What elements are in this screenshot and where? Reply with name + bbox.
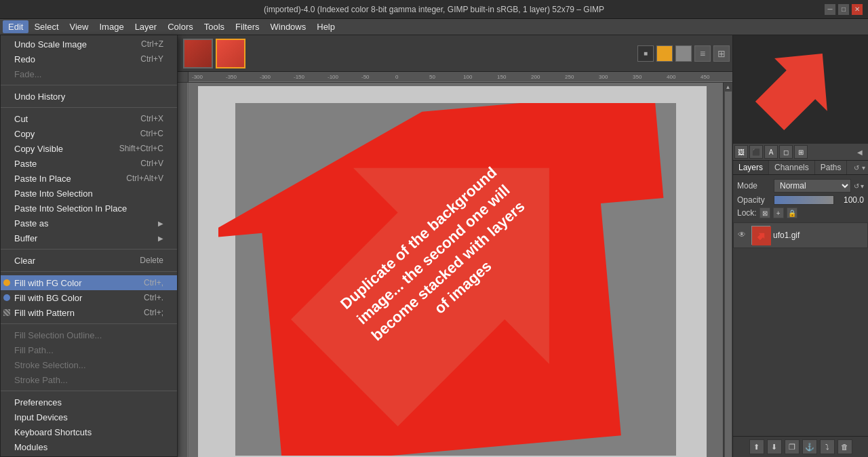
menu-preferences[interactable]: Preferences	[1, 395, 177, 410]
panel-controls: Mode Normal ↺ ▾ Opacity 100.0 Lock: ⊠	[733, 175, 868, 222]
panel-expand-icon[interactable]: ◀	[853, 145, 867, 159]
menu-item-colors[interactable]: Colors	[162, 20, 199, 33]
menu-item-layer[interactable]: Layer	[130, 20, 163, 33]
menu-fill-bg[interactable]: Fill with BG Color Ctrl+.	[1, 290, 177, 305]
panel-icon-row: 🖼 ⬛ A ◻ ⊞ ◀	[733, 144, 868, 161]
menu-item-help[interactable]: Help	[311, 20, 340, 33]
panel-btn-duplicate[interactable]: ❐	[785, 439, 800, 454]
menu-item-image[interactable]: Image	[94, 20, 130, 33]
menu-fill-fg[interactable]: Fill with FG Color Ctrl+,	[1, 275, 177, 290]
panel-btn-raise[interactable]: ⬇	[767, 439, 782, 454]
color-chip-bg[interactable]	[656, 45, 673, 62]
toolbox-strip: ■ ≡ ⊞	[178, 35, 732, 72]
panel-btn-delete[interactable]: 🗑	[837, 439, 852, 454]
menu-modules[interactable]: Modules	[1, 439, 177, 454]
menu-item-windows[interactable]: Windows	[265, 20, 312, 33]
panel-icon-4[interactable]: ◻	[779, 145, 793, 159]
thumbnail-2[interactable]	[216, 39, 245, 68]
menu-fill-pattern[interactable]: Fill with Pattern Ctrl+;	[1, 305, 177, 320]
edit-dropdown-menu: Undo Scale Image Ctrl+Z Redo Ctrl+Y Fade…	[0, 35, 178, 457]
right-panel: 🖼 ⬛ A ◻ ⊞ ◀ Layers Channels Paths ↺ ▾ Mo…	[732, 35, 868, 457]
mode-next-icon[interactable]: ▾	[861, 182, 864, 190]
lock-all-icon[interactable]: 🔒	[787, 207, 797, 218]
svg-text:-150: -150	[294, 74, 305, 80]
opacity-value: 100.0	[837, 195, 864, 205]
svg-text:250: 250	[565, 74, 574, 80]
menu-item-select[interactable]: Select	[28, 20, 64, 33]
scroll-thumb-v[interactable]	[725, 92, 732, 457]
menu-paste-into-selection[interactable]: Paste Into Selection	[1, 186, 177, 201]
main-layout: Undo Scale Image Ctrl+Z Redo Ctrl+Y Fade…	[0, 35, 868, 457]
menu-paste-in-place[interactable]: Paste In Place Ctrl+Alt+V	[1, 171, 177, 186]
menu-keyboard-shortcuts[interactable]: Keyboard Shortcuts	[1, 424, 177, 439]
menu-undo-history[interactable]: Undo History	[1, 89, 177, 104]
lock-pixels-icon[interactable]: ⊠	[760, 207, 770, 218]
menu-buffer[interactable]: Buffer ▶	[1, 231, 177, 245]
menu-section-undo: Undo Scale Image Ctrl+Z Redo Ctrl+Y Fade…	[1, 35, 177, 83]
scroll-up-icon[interactable]: ▲	[726, 84, 731, 90]
opacity-slider[interactable]	[774, 195, 834, 205]
menu-clear[interactable]: Clear Delete	[1, 253, 177, 268]
panel-preview-svg	[733, 35, 868, 144]
minimize-button[interactable]: ─	[825, 4, 835, 15]
panel-icon-5[interactable]: ⊞	[794, 145, 808, 159]
menu-cut[interactable]: Cut Ctrl+X	[1, 111, 177, 126]
ruler-corner	[178, 72, 189, 82]
svg-text:0: 0	[395, 74, 399, 80]
panel-btn-merge[interactable]: ⤵	[820, 439, 835, 454]
menu-units[interactable]: Units	[1, 454, 177, 457]
menu-section-clipboard: Cut Ctrl+X Copy Ctrl+C Copy Visible Shif…	[1, 110, 177, 247]
menu-copy[interactable]: Copy Ctrl+C	[1, 126, 177, 141]
menu-item-tools[interactable]: Tools	[199, 20, 230, 33]
title-bar: (imported)-4.0 (Indexed color 8-bit gamm…	[0, 0, 868, 19]
mode-select[interactable]: Normal	[774, 179, 851, 193]
svg-text:300: 300	[599, 74, 608, 80]
menu-item-view[interactable]: View	[64, 20, 94, 33]
menu-undo-scale[interactable]: Undo Scale Image Ctrl+Z	[1, 37, 177, 52]
lock-position-icon[interactable]: +	[773, 207, 784, 218]
mode-prev-icon[interactable]: ↺	[854, 182, 859, 190]
divider-6	[1, 391, 177, 391]
panel-preview	[733, 35, 868, 144]
layers-refresh-icon[interactable]: ↺	[854, 164, 859, 172]
menu-fill-path: Fill Path...	[1, 342, 177, 357]
tab-layers[interactable]: Layers	[733, 161, 769, 174]
menu-item-filters[interactable]: Filters	[230, 20, 264, 33]
menu-redo[interactable]: Redo Ctrl+Y	[1, 52, 177, 66]
title-text: (imported)-4.0 (Indexed color 8-bit gamm…	[5, 5, 863, 14]
menu-item-edit[interactable]: Edit	[3, 20, 28, 33]
color-chip-fg[interactable]: ■	[637, 45, 654, 62]
canvas-area: ■ ≡ ⊞ -300-350 -300-150 -100-50 050	[178, 35, 732, 457]
menu-stroke-path: Stroke Path...	[1, 372, 177, 387]
svg-text:-350: -350	[226, 74, 237, 80]
close-button[interactable]: ✕	[852, 4, 863, 15]
svg-text:-300: -300	[260, 74, 271, 80]
svg-text:-100: -100	[328, 74, 339, 80]
menu-input-devices[interactable]: Input Devices	[1, 410, 177, 424]
panel-btn-new-layer[interactable]: ⬆	[749, 439, 764, 454]
layer-eye-icon[interactable]: 👁	[738, 230, 749, 241]
tool-icon[interactable]: ≡	[694, 45, 711, 62]
pattern-chip[interactable]	[675, 45, 692, 62]
expand-icon[interactable]: ⊞	[713, 45, 730, 62]
panel-icon-1[interactable]: 🖼	[734, 145, 748, 159]
menu-paste-as[interactable]: Paste as ▶	[1, 216, 177, 231]
svg-text:400: 400	[667, 74, 676, 80]
thumbnail-1[interactable]	[183, 39, 213, 68]
menu-copy-visible[interactable]: Copy Visible Shift+Ctrl+C	[1, 141, 177, 156]
canvas-content[interactable]: Duplicate of the background image... the…	[189, 83, 723, 457]
panel-icon-3[interactable]: A	[764, 145, 778, 159]
layers-menu-icon[interactable]: ▾	[862, 164, 865, 172]
scrollbar-v[interactable]: ▲ ▼	[723, 83, 732, 457]
buffer-arrow-icon: ▶	[158, 235, 163, 242]
tab-paths[interactable]: Paths	[815, 161, 848, 174]
ruler-h-ticks: -300-350 -300-150 -100-50 050 100150 200…	[189, 72, 732, 82]
restore-button[interactable]: □	[838, 4, 849, 15]
panel-bottom-icons: ⬆ ⬇ ❐ ⚓ ⤵ 🗑	[733, 436, 868, 457]
menu-paste[interactable]: Paste Ctrl+V	[1, 156, 177, 171]
menu-paste-into-selection-in-place[interactable]: Paste Into Selection In Place	[1, 201, 177, 216]
tab-channels[interactable]: Channels	[769, 161, 815, 174]
layer-entry[interactable]: 👁 ufo1.gif	[733, 222, 868, 248]
panel-icon-2[interactable]: ⬛	[749, 145, 763, 159]
panel-btn-anchor[interactable]: ⚓	[802, 439, 817, 454]
